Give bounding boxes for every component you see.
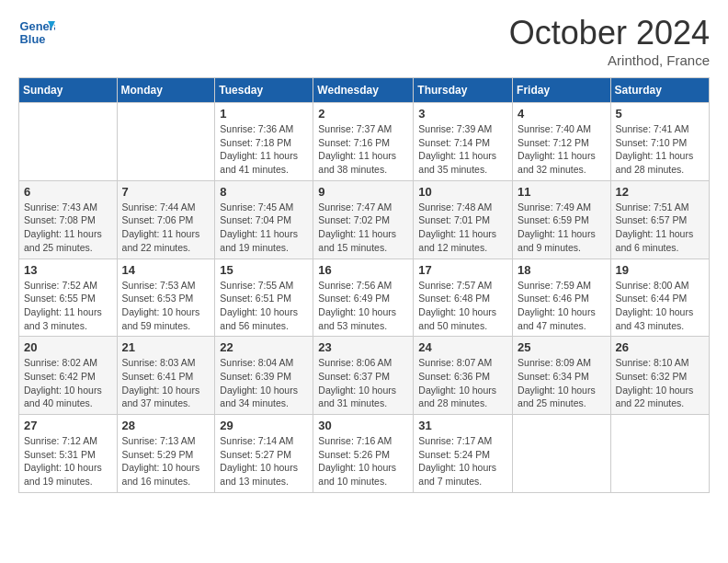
day-number: 5 [616, 107, 704, 121]
calendar-cell: 7Sunrise: 7:44 AMSunset: 7:06 PMDaylight… [117, 180, 215, 259]
day-number: 27 [24, 419, 112, 432]
day-info: Sunrise: 7:47 AMSunset: 7:02 PMDaylight:… [318, 201, 408, 255]
day-info: Sunrise: 7:45 AMSunset: 7:04 PMDaylight:… [220, 201, 308, 255]
calendar-cell: 28Sunrise: 7:13 AMSunset: 5:29 PMDayligh… [117, 415, 215, 493]
day-info: Sunrise: 7:44 AMSunset: 7:06 PMDaylight:… [122, 201, 210, 255]
day-info: Sunrise: 8:06 AMSunset: 6:37 PMDaylight:… [318, 356, 408, 410]
weekday-header-monday: Monday [117, 78, 215, 103]
calendar-cell: 9Sunrise: 7:47 AMSunset: 7:02 PMDaylight… [313, 180, 414, 259]
header: General Blue October 2024 Arinthod, Fran… [18, 14, 710, 68]
calendar-cell: 22Sunrise: 8:04 AMSunset: 6:39 PMDayligh… [215, 337, 313, 415]
day-number: 13 [24, 263, 112, 277]
day-info: Sunrise: 7:55 AMSunset: 6:51 PMDaylight:… [220, 279, 308, 333]
day-info: Sunrise: 7:53 AMSunset: 6:53 PMDaylight:… [122, 279, 210, 333]
day-number: 17 [418, 263, 507, 277]
calendar-cell: 26Sunrise: 8:10 AMSunset: 6:32 PMDayligh… [610, 337, 709, 415]
day-number: 21 [122, 340, 210, 354]
calendar-cell: 15Sunrise: 7:55 AMSunset: 6:51 PMDayligh… [215, 259, 313, 337]
day-number: 18 [518, 263, 606, 277]
calendar-cell: 16Sunrise: 7:56 AMSunset: 6:49 PMDayligh… [313, 259, 414, 337]
weekday-header-saturday: Saturday [610, 78, 709, 103]
day-info: Sunrise: 7:17 AMSunset: 5:24 PMDaylight:… [418, 434, 507, 488]
day-number: 30 [318, 419, 408, 432]
calendar-cell: 23Sunrise: 8:06 AMSunset: 6:37 PMDayligh… [313, 337, 414, 415]
calendar-cell: 14Sunrise: 7:53 AMSunset: 6:53 PMDayligh… [117, 259, 215, 337]
day-info: Sunrise: 7:14 AMSunset: 5:27 PMDaylight:… [220, 434, 308, 488]
day-number: 25 [518, 340, 606, 354]
day-number: 2 [318, 107, 408, 121]
title-area: October 2024 Arinthod, France [509, 14, 710, 68]
calendar-cell: 4Sunrise: 7:40 AMSunset: 7:12 PMDaylight… [513, 103, 611, 181]
calendar-cell: 24Sunrise: 8:07 AMSunset: 6:36 PMDayligh… [414, 337, 513, 415]
day-number: 8 [220, 185, 308, 199]
week-row-5: 27Sunrise: 7:12 AMSunset: 5:31 PMDayligh… [19, 415, 710, 493]
day-number: 10 [418, 185, 507, 199]
day-info: Sunrise: 7:37 AMSunset: 7:16 PMDaylight:… [318, 122, 408, 177]
day-info: Sunrise: 7:49 AMSunset: 6:59 PMDaylight:… [518, 201, 606, 255]
day-info: Sunrise: 7:41 AMSunset: 7:10 PMDaylight:… [616, 122, 704, 177]
calendar-cell [513, 415, 611, 493]
day-info: Sunrise: 7:43 AMSunset: 7:08 PMDaylight:… [24, 201, 112, 255]
calendar-cell: 2Sunrise: 7:37 AMSunset: 7:16 PMDaylight… [313, 103, 414, 181]
day-info: Sunrise: 8:04 AMSunset: 6:39 PMDaylight:… [220, 356, 308, 410]
logo: General Blue [18, 14, 59, 51]
day-number: 24 [418, 340, 507, 354]
day-info: Sunrise: 7:12 AMSunset: 5:31 PMDaylight:… [24, 434, 112, 488]
day-number: 15 [220, 263, 308, 277]
calendar-cell: 21Sunrise: 8:03 AMSunset: 6:41 PMDayligh… [117, 337, 215, 415]
day-number: 11 [518, 185, 606, 199]
day-info: Sunrise: 8:09 AMSunset: 6:34 PMDaylight:… [518, 356, 606, 410]
day-number: 4 [518, 107, 606, 121]
day-number: 22 [220, 340, 308, 354]
day-info: Sunrise: 8:07 AMSunset: 6:36 PMDaylight:… [418, 356, 507, 410]
svg-text:General: General [20, 19, 55, 33]
calendar-cell: 30Sunrise: 7:16 AMSunset: 5:26 PMDayligh… [313, 415, 414, 493]
day-number: 31 [418, 419, 507, 432]
calendar-cell: 10Sunrise: 7:48 AMSunset: 7:01 PMDayligh… [414, 180, 513, 259]
weekday-header-wednesday: Wednesday [313, 78, 414, 103]
day-number: 12 [616, 185, 704, 199]
day-number: 26 [616, 340, 704, 354]
calendar-cell: 18Sunrise: 7:59 AMSunset: 6:46 PMDayligh… [513, 259, 611, 337]
day-info: Sunrise: 8:10 AMSunset: 6:32 PMDaylight:… [616, 356, 704, 410]
calendar-cell [610, 415, 709, 493]
day-number: 29 [220, 419, 308, 432]
day-number: 16 [318, 263, 408, 277]
calendar-cell: 13Sunrise: 7:52 AMSunset: 6:55 PMDayligh… [19, 259, 118, 337]
calendar-cell: 20Sunrise: 8:02 AMSunset: 6:42 PMDayligh… [19, 337, 118, 415]
day-info: Sunrise: 7:36 AMSunset: 7:18 PMDaylight:… [220, 122, 308, 177]
calendar-cell: 31Sunrise: 7:17 AMSunset: 5:24 PMDayligh… [414, 415, 513, 493]
svg-text:Blue: Blue [20, 32, 46, 46]
calendar-table: SundayMondayTuesdayWednesdayThursdayFrid… [18, 77, 710, 493]
day-number: 1 [220, 107, 308, 121]
calendar-cell: 1Sunrise: 7:36 AMSunset: 7:18 PMDaylight… [215, 103, 313, 181]
month-title: October 2024 [509, 14, 710, 52]
day-number: 23 [318, 340, 408, 354]
weekday-header-tuesday: Tuesday [215, 78, 313, 103]
day-number: 28 [122, 419, 210, 432]
day-info: Sunrise: 7:56 AMSunset: 6:49 PMDaylight:… [318, 279, 408, 333]
day-number: 9 [318, 185, 408, 199]
day-info: Sunrise: 7:51 AMSunset: 6:57 PMDaylight:… [616, 201, 704, 255]
calendar-cell: 29Sunrise: 7:14 AMSunset: 5:27 PMDayligh… [215, 415, 313, 493]
calendar-cell: 17Sunrise: 7:57 AMSunset: 6:48 PMDayligh… [414, 259, 513, 337]
day-info: Sunrise: 7:13 AMSunset: 5:29 PMDaylight:… [122, 434, 210, 488]
weekday-header-friday: Friday [513, 78, 611, 103]
calendar-cell [19, 103, 118, 181]
calendar-cell: 8Sunrise: 7:45 AMSunset: 7:04 PMDaylight… [215, 180, 313, 259]
week-row-4: 20Sunrise: 8:02 AMSunset: 6:42 PMDayligh… [19, 337, 710, 415]
calendar-cell: 25Sunrise: 8:09 AMSunset: 6:34 PMDayligh… [513, 337, 611, 415]
weekday-header-thursday: Thursday [414, 78, 513, 103]
calendar-cell: 19Sunrise: 8:00 AMSunset: 6:44 PMDayligh… [610, 259, 709, 337]
day-number: 7 [122, 185, 210, 199]
calendar-cell: 27Sunrise: 7:12 AMSunset: 5:31 PMDayligh… [19, 415, 118, 493]
day-info: Sunrise: 7:59 AMSunset: 6:46 PMDaylight:… [518, 279, 606, 333]
calendar-cell: 6Sunrise: 7:43 AMSunset: 7:08 PMDaylight… [19, 180, 118, 259]
weekday-header-sunday: Sunday [19, 78, 118, 103]
calendar-cell: 12Sunrise: 7:51 AMSunset: 6:57 PMDayligh… [610, 180, 709, 259]
day-info: Sunrise: 8:02 AMSunset: 6:42 PMDaylight:… [24, 356, 112, 410]
day-info: Sunrise: 7:52 AMSunset: 6:55 PMDaylight:… [24, 279, 112, 333]
week-row-3: 13Sunrise: 7:52 AMSunset: 6:55 PMDayligh… [19, 259, 710, 337]
day-number: 6 [24, 185, 112, 199]
day-info: Sunrise: 7:48 AMSunset: 7:01 PMDaylight:… [418, 201, 507, 255]
